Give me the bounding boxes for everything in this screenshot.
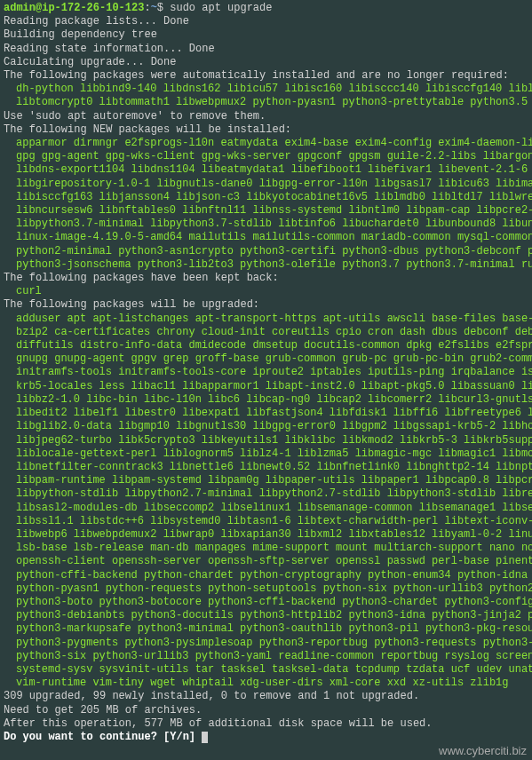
package-line: libpam-runtime libpam-systemd libpam0g l…: [4, 474, 528, 487]
hint-line: Use 'sudo apt autoremove' to remove them…: [4, 110, 528, 123]
status-line: Building dependency tree: [4, 28, 528, 42]
package-line: libwebp6 libwebpdemux2 libwrap0 libxapia…: [4, 528, 528, 542]
status-line: Calculating upgrade... Done: [4, 56, 528, 69]
package-line: liblocale-gettext-perl liblognorm5 liblz…: [4, 447, 528, 461]
package-line: python3-pygments python3-pysimplesoap py…: [4, 637, 528, 650]
summary-disk: After this operation, 577 MB of addition…: [4, 717, 528, 731]
package-line: linux-image-4.19.0-5-amd64 mailutils mai…: [4, 231, 528, 244]
package-line: libncursesw6 libnftables0 libnftnl11 lib…: [4, 204, 528, 218]
prompt-user: admin@ip-172-26-10-123: [4, 2, 144, 14]
package-line: dh-python libbind9-140 libdns162 libicu5…: [4, 83, 528, 96]
prompt-line: admin@ip-172-26-10-123:~$ sudo apt upgra…: [4, 2, 528, 15]
package-line: initramfs-tools initramfs-tools-core ipr…: [4, 366, 528, 379]
package-line: libpython3.7-minimal libpython3.7-stdlib…: [4, 218, 528, 231]
section-header: The following packages have been kept ba…: [4, 272, 528, 285]
package-line: python3-six python3-urllib3 python3-yaml…: [4, 650, 528, 663]
package-line: apparmor dirmngr e2fsprogs-l10n eatmydat…: [4, 137, 528, 150]
package-line: libnetfilter-conntrack3 libnettle6 libne…: [4, 461, 528, 474]
summary-counts: 309 upgraded, 99 newly installed, 0 to r…: [4, 690, 528, 703]
package-line: python-pyasn1 python-requests python-set…: [4, 582, 528, 596]
package-line: libedit2 libelf1 libestr0 libexpat1 libf…: [4, 407, 528, 420]
package-line: curl: [4, 285, 528, 298]
package-line: python3-markupsafe python3-minimal pytho…: [4, 622, 528, 636]
package-line: libpython-stdlib libpython2.7-minimal li…: [4, 487, 528, 501]
status-line: Reading package lists... Done: [4, 15, 528, 28]
prompt-path: ~: [151, 2, 157, 14]
package-line: adduser apt apt-listchanges apt-transpor…: [4, 313, 528, 326]
summary-archives: Need to get 205 MB of archives.: [4, 704, 528, 717]
package-line: python3-boto python3-botocore python3-cf…: [4, 596, 528, 609]
package-line: bzip2 ca-certificates chrony cloud-init …: [4, 326, 528, 339]
section-header: The following packages were automaticall…: [4, 69, 528, 83]
package-line: python-cffi-backend python-chardet pytho…: [4, 569, 528, 582]
package-line: systemd-sysv sysvinit-utils tar tasksel …: [4, 663, 528, 677]
package-line: libglib2.0-data libgmp10 libgnutls30 lib…: [4, 420, 528, 433]
package-line: gpg gpg-agent gpg-wks-client gpg-wks-ser…: [4, 150, 528, 163]
package-line: libsasl2-modules-db libseccomp2 libselin…: [4, 502, 528, 515]
cursor: [202, 732, 208, 743]
command-text: sudo apt upgrade: [170, 2, 272, 14]
package-line: diffutils distro-info-data dmidecode dms…: [4, 339, 528, 352]
package-line: libbz2-1.0 libc-bin libc-l10n libc6 libc…: [4, 393, 528, 407]
package-line: libdns-export1104 libdns1104 libeatmydat…: [4, 163, 528, 177]
package-line: python3-jsonschema python3-lib2to3 pytho…: [4, 258, 528, 272]
package-line: gnupg gnupg-agent gpgv grep groff-base g…: [4, 352, 528, 366]
package-line: libgirepository-1.0-1 libgnutls-dane0 li…: [4, 178, 528, 191]
section-header: The following packages will be upgraded:: [4, 298, 528, 312]
package-line: libtomcrypt0 libtommath1 libwebpmux2 pyt…: [4, 96, 528, 109]
status-line: Reading state information... Done: [4, 43, 528, 56]
package-line: libjpeg62-turbo libk5crypto3 libkeyutils…: [4, 434, 528, 447]
section-header: The following NEW packages will be insta…: [4, 123, 528, 137]
package-line: python2-minimal python3-asn1crypto pytho…: [4, 245, 528, 258]
package-line: libisccfg163 libjansson4 libjson-c3 libk…: [4, 191, 528, 204]
watermark: www.cyberciti.biz: [439, 744, 527, 757]
package-line: krb5-locales less libacl1 libapparmor1 l…: [4, 380, 528, 393]
continue-prompt[interactable]: Do you want to continue? [Y/n]: [4, 731, 202, 743]
package-line: lsb-base lsb-release man-db manpages mim…: [4, 542, 528, 555]
terminal-output: admin@ip-172-26-10-123:~$ sudo apt upgra…: [0, 0, 532, 746]
package-line: openssh-client openssh-server openssh-sf…: [4, 555, 528, 568]
package-line: python3-debianbts python3-docutils pytho…: [4, 609, 528, 622]
package-line: libssl1.1 libstdc++6 libsystemd0 libtasn…: [4, 515, 528, 528]
package-line: vim-runtime vim-tiny wget whiptail xdg-u…: [4, 677, 528, 690]
continue-prompt-line: Do you want to continue? [Y/n]: [4, 731, 528, 744]
